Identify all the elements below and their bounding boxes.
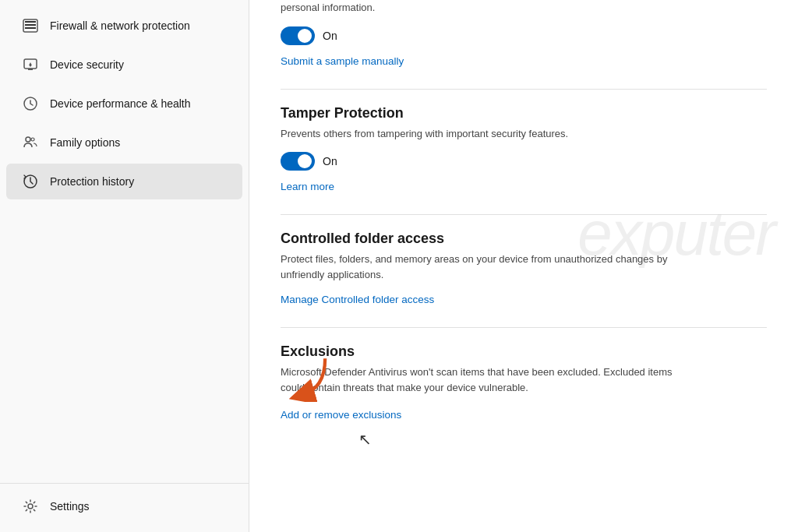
top-section: personal information. On Submit a sample… [281, 0, 767, 70]
tamper-protection-desc: Prevents others from tampering with impo… [281, 126, 686, 142]
divider-2 [281, 214, 767, 215]
toggle1[interactable] [281, 26, 315, 45]
toggle2-label: On [323, 155, 337, 167]
divider-1 [281, 89, 767, 90]
toggle1-row: On [281, 26, 767, 45]
controlled-folder-desc: Protect files, folders, and memory areas… [281, 252, 686, 282]
arrow-container: Add or remove exclusions [281, 406, 401, 424]
sidebar-item-device-performance[interactable]: Device performance & health [6, 86, 242, 122]
controlled-folder-section: Controlled folder access Protect files, … [281, 231, 767, 308]
sidebar-device-performance-label: Device performance & health [50, 97, 191, 110]
sidebar-item-family-options[interactable]: Family options [6, 125, 242, 160]
sidebar-protection-history-label: Protection history [50, 175, 134, 188]
sidebar-item-settings[interactable]: Settings [6, 488, 242, 524]
sidebar-item-device-security[interactable]: Device security [6, 47, 242, 83]
tamper-protection-title: Tamper Protection [281, 105, 767, 122]
settings-icon [22, 498, 39, 515]
firewall-icon [22, 17, 39, 34]
family-options-icon [22, 134, 39, 151]
sidebar-family-options-label: Family options [50, 136, 120, 149]
top-desc: personal information. [281, 0, 686, 16]
svg-point-6 [28, 504, 33, 509]
cursor-icon: ↖ [358, 430, 767, 449]
device-security-icon [22, 56, 39, 73]
tamper-protection-section: Tamper Protection Prevents others from t… [281, 105, 767, 196]
controlled-folder-title: Controlled folder access [281, 231, 767, 247]
toggle2-row: On [281, 152, 767, 171]
add-exclusions-link[interactable]: Add or remove exclusions [281, 409, 401, 421]
protection-history-icon [22, 173, 39, 190]
sidebar-bottom: Settings [0, 483, 249, 526]
sidebar-item-protection-history[interactable]: Protection history [6, 164, 242, 199]
sidebar: Firewall & network protection Device sec… [0, 0, 249, 532]
learn-more-link[interactable]: Learn more [281, 181, 334, 192]
exclusions-title: Exclusions [281, 344, 767, 360]
device-performance-icon [22, 95, 39, 112]
svg-point-4 [31, 138, 34, 141]
sidebar-device-security-label: Device security [50, 58, 124, 71]
manage-folder-link[interactable]: Manage Controlled folder access [281, 294, 434, 305]
toggle2[interactable] [281, 152, 315, 171]
submit-sample-link[interactable]: Submit a sample manually [281, 55, 404, 67]
main-content: personal information. On Submit a sample… [249, 0, 798, 532]
sidebar-firewall-label: Firewall & network protection [50, 19, 190, 32]
exclusions-section: Exclusions Microsoft Defender Antivirus … [281, 344, 767, 449]
divider-3 [281, 327, 767, 328]
exclusions-desc: Microsoft Defender Antivirus won't scan … [281, 365, 686, 395]
toggle1-label: On [323, 30, 337, 42]
sidebar-item-firewall[interactable]: Firewall & network protection [6, 8, 242, 44]
svg-point-3 [26, 137, 30, 142]
sidebar-settings-label: Settings [50, 500, 90, 513]
